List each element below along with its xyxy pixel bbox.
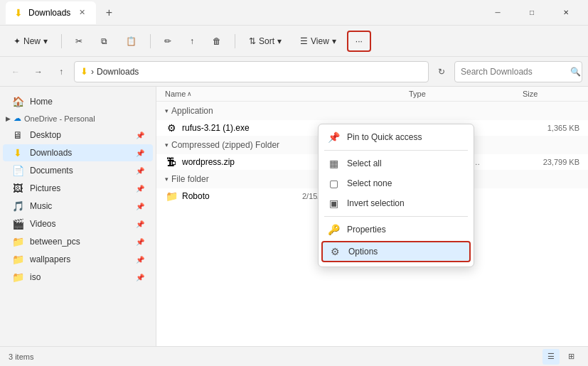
title-bar: ⬇ Downloads ✕ + ─ □ ✕ [0, 0, 588, 26]
toolbar-separator-1 [61, 34, 62, 48]
file-name-wordpress: wordpress.zip [182, 157, 235, 167]
select-all-icon: ▦ [327, 158, 340, 169]
new-tab-button[interactable]: + [99, 3, 119, 23]
menu-item-invert-selection[interactable]: ▣ Invert selection [319, 193, 474, 213]
minimize-button[interactable]: ─ [481, 1, 514, 24]
sidebar-item-documents[interactable]: 📄 Documents 📌 [3, 162, 153, 179]
sidebar-label-pictures: Pictures [30, 183, 130, 193]
menu-label-options: Options [348, 247, 378, 257]
sidebar-item-downloads[interactable]: ⬇ Downloads 📌 [3, 144, 153, 161]
menu-item-options[interactable]: ⚙ Options [321, 241, 471, 262]
menu-label-select-none: Select none [347, 178, 392, 188]
menu-item-select-none[interactable]: ▢ Select none [319, 173, 474, 193]
view-list-icon: ☰ [547, 352, 555, 361]
more-icon: ··· [356, 36, 363, 46]
desktop-icon: 🖥 [11, 129, 24, 141]
menu-item-select-all[interactable]: ▦ Select all [319, 154, 474, 173]
share-icon: ↑ [190, 36, 194, 46]
pictures-icon: 🖼 [11, 183, 24, 194]
more-options-button[interactable]: ··· [347, 31, 371, 52]
sort-icon: ⇅ [249, 36, 256, 46]
sidebar-label-downloads: Downloads [30, 148, 130, 158]
search-input[interactable] [461, 67, 567, 77]
sidebar-item-onedrive[interactable]: ▶ ☁ OneDrive - Personal [0, 111, 156, 126]
toolbar-separator-3 [235, 34, 235, 48]
videos-pin-icon: 📌 [136, 220, 144, 228]
sidebar: 🏠 Home ▶ ☁ OneDrive - Personal 🖥 Desktop… [0, 87, 156, 346]
maximize-button[interactable]: □ [515, 1, 548, 24]
view-button[interactable]: ☰ View ▾ [292, 31, 344, 52]
paste-icon: 📋 [126, 36, 137, 46]
sidebar-item-desktop[interactable]: 🖥 Desktop 📌 [3, 127, 153, 144]
tab-downloads[interactable]: ⬇ Downloads ✕ [6, 1, 96, 24]
new-button[interactable]: ✦ New ▾ [6, 31, 55, 52]
wallpapers-pin-icon: 📌 [136, 256, 144, 264]
file-header: Name ∧ Type Size [156, 87, 588, 102]
sidebar-item-iso[interactable]: 📁 iso 📌 [3, 269, 153, 286]
menu-item-properties[interactable]: 🔑 Properties [319, 220, 474, 239]
exe-file-icon: ⚙ [165, 122, 178, 134]
sidebar-item-wallpapers[interactable]: 📁 wallpapers 📌 [3, 251, 153, 268]
menu-separator-2 [324, 216, 468, 217]
sort-button[interactable]: ⇅ Sort ▾ [241, 31, 289, 52]
forward-button[interactable]: → [28, 62, 48, 82]
sort-label: Sort [259, 36, 274, 46]
menu-item-pin-quick-access[interactable]: 📌 Pin to Quick access [319, 127, 474, 147]
copy-icon: ⧉ [101, 36, 107, 46]
iso-pin-icon: 📌 [136, 274, 144, 281]
toolbar-separator-2 [150, 34, 151, 48]
delete-button[interactable]: 🗑 [205, 31, 229, 52]
group-arrow-compressed: ▾ [165, 141, 169, 149]
breadcrumb-path: Downloads [97, 67, 139, 77]
dropdown-menu: 📌 Pin to Quick access ▦ Select all ▢ Sel… [318, 124, 474, 267]
rename-button[interactable]: ✏ [156, 31, 179, 52]
downloads-pin-icon: 📌 [136, 149, 144, 157]
sidebar-item-music[interactable]: 🎵 Music 📌 [3, 198, 153, 215]
paste-button[interactable]: 📋 [118, 31, 144, 52]
name-sort-icon: ∧ [187, 90, 192, 97]
new-label: New [23, 36, 41, 46]
view-grid-button[interactable]: ⊞ [562, 349, 579, 365]
file-name-roboto: Roboto [182, 191, 210, 201]
select-none-icon: ▢ [327, 178, 340, 189]
folder-icon: 📁 [165, 190, 178, 202]
sidebar-item-home[interactable]: 🏠 Home [3, 93, 153, 110]
onedrive-arrow-icon: ▶ [6, 115, 11, 122]
file-name-rufus: rufus-3.21 (1).exe [182, 123, 250, 133]
rename-icon: ✏ [164, 36, 171, 46]
cut-button[interactable]: ✂ [68, 31, 90, 52]
wallpapers-icon: 📁 [11, 254, 24, 265]
pin-icon: 📌 [327, 131, 340, 143]
search-bar[interactable]: 🔍 [454, 61, 582, 82]
share-button[interactable]: ↑ [182, 31, 202, 52]
documents-icon: 📄 [11, 165, 24, 176]
view-list-button[interactable]: ☰ [542, 349, 560, 365]
documents-pin-icon: 📌 [136, 167, 144, 175]
breadcrumb[interactable]: ⬇ › Downloads [74, 61, 429, 82]
search-icon: 🔍 [570, 67, 581, 77]
column-header-size[interactable]: Size [523, 90, 579, 98]
sidebar-label-wallpapers: wallpapers [30, 254, 130, 264]
sidebar-item-videos[interactable]: 🎬 Videos 📌 [3, 215, 153, 232]
refresh-button[interactable]: ↻ [432, 62, 451, 82]
sidebar-item-between-pcs[interactable]: 📁 between_pcs 📌 [3, 233, 153, 250]
group-label-compressed: Compressed (zipped) Folder [171, 140, 279, 150]
column-header-name[interactable]: Name ∧ [165, 90, 302, 98]
main-area: 🏠 Home ▶ ☁ OneDrive - Personal 🖥 Desktop… [0, 87, 588, 346]
up-button[interactable]: ↑ [51, 62, 71, 82]
menu-label-invert-selection: Invert selection [347, 198, 405, 208]
view-icon: ☰ [300, 36, 308, 46]
copy-button[interactable]: ⧉ [93, 31, 115, 52]
column-header-type[interactable]: Type [409, 90, 523, 98]
file-group-application[interactable]: ▾ Application [156, 102, 588, 120]
sidebar-label-iso: iso [30, 272, 130, 282]
sidebar-item-pictures[interactable]: 🖼 Pictures 📌 [3, 180, 153, 197]
back-button[interactable]: ← [6, 62, 26, 82]
view-grid-icon: ⊞ [568, 352, 574, 361]
close-button[interactable]: ✕ [550, 1, 582, 24]
sidebar-label-videos: Videos [30, 219, 130, 229]
tab-close-button[interactable]: ✕ [76, 7, 87, 18]
breadcrumb-icon: ⬇ [80, 66, 88, 77]
group-arrow-application: ▾ [165, 107, 169, 114]
file-size-wordpress: 23,799 KB [523, 158, 579, 166]
